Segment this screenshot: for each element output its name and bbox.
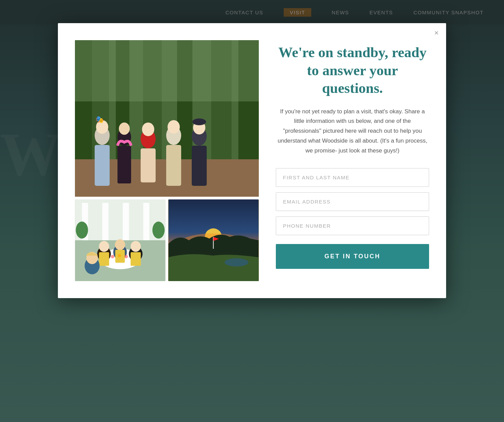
group-photo: 🎭: [75, 40, 259, 197]
dining-photo: [75, 199, 166, 281]
svg-rect-32: [143, 203, 149, 244]
svg-rect-14: [117, 146, 131, 183]
bottom-images: [75, 199, 259, 281]
svg-point-45: [118, 254, 121, 257]
svg-rect-17: [141, 148, 156, 182]
svg-point-46: [125, 255, 128, 258]
svg-point-15: [119, 123, 130, 135]
svg-rect-8: [75, 40, 259, 101]
svg-rect-20: [166, 145, 181, 186]
golf-course-photo: [168, 199, 259, 281]
svg-point-56: [225, 258, 249, 266]
svg-rect-23: [192, 146, 207, 186]
svg-point-48: [153, 222, 165, 239]
svg-point-36: [99, 241, 109, 252]
svg-text:🎭: 🎭: [95, 115, 104, 124]
modal-headline: We're on standby, ready to answer your q…: [276, 44, 429, 97]
get-in-touch-button[interactable]: GET IN TOUCH: [276, 244, 429, 269]
email-field-group: [276, 192, 429, 211]
close-button[interactable]: ×: [434, 29, 439, 37]
svg-point-21: [168, 120, 180, 134]
modal-dialog: ×: [58, 23, 446, 298]
svg-point-25: [192, 118, 206, 125]
svg-point-38: [115, 239, 125, 250]
modal-form-area: We're on standby, ready to answer your q…: [276, 40, 429, 281]
svg-point-44: [111, 255, 114, 258]
modal-images: 🎭: [75, 40, 259, 281]
svg-rect-43: [131, 252, 141, 266]
svg-rect-41: [99, 252, 109, 266]
svg-rect-11: [95, 145, 110, 186]
name-field-group: [276, 168, 429, 187]
phone-input[interactable]: [276, 216, 429, 235]
svg-point-47: [76, 222, 88, 239]
name-input[interactable]: [276, 168, 429, 187]
svg-rect-31: [123, 203, 129, 244]
svg-point-18: [142, 123, 154, 136]
svg-rect-28: [75, 199, 166, 240]
phone-field-group: [276, 216, 429, 235]
modal-body-text: If you're not yet ready to plan a visit,…: [276, 107, 429, 156]
svg-rect-30: [103, 203, 109, 244]
svg-point-40: [131, 241, 141, 252]
email-input[interactable]: [276, 192, 429, 211]
